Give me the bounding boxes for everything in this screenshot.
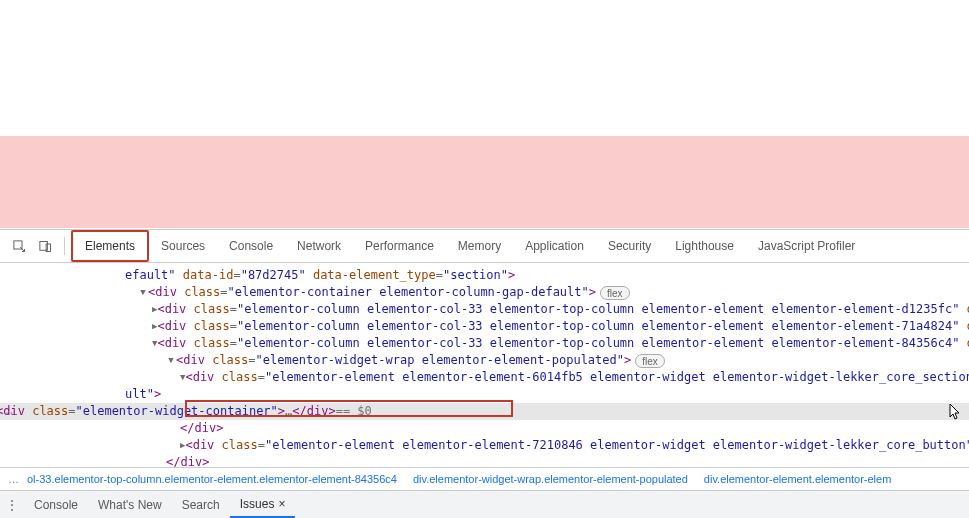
tab-sources[interactable]: Sources — [149, 230, 217, 262]
breadcrumb-item[interactable]: div.elementor-element.elementor-elem — [704, 473, 892, 485]
tab-lighthouse[interactable]: Lighthouse — [663, 230, 746, 262]
dom-node[interactable]: <div class="elementor-element elementor-… — [10, 369, 969, 386]
dom-node[interactable]: <div class="elementor-widget-wrap elemen… — [10, 352, 969, 369]
breadcrumb-overflow-icon[interactable]: … — [8, 473, 19, 485]
inspect-element-icon[interactable] — [9, 236, 29, 256]
dom-node-partial[interactable]: efault" data-id="87d2745" data-element_t… — [10, 267, 969, 284]
drawer-tab-search[interactable]: Search — [172, 491, 230, 518]
expand-arrow-icon[interactable] — [138, 284, 148, 301]
dom-tree[interactable]: efault" data-id="87d2745" data-element_t… — [0, 263, 969, 471]
tab-memory[interactable]: Memory — [446, 230, 513, 262]
dom-node-continuation[interactable]: ult"> — [10, 386, 969, 403]
tab-security[interactable]: Security — [596, 230, 663, 262]
flex-badge[interactable]: flex — [600, 286, 630, 300]
breadcrumb-item[interactable]: div.elementor-widget-wrap.elementor-elem… — [413, 473, 688, 485]
dom-node[interactable]: <div class="elementor-element elementor-… — [10, 437, 969, 454]
dom-node[interactable]: <div class="elementor-container elemento… — [10, 284, 969, 301]
drawer-tab-whats-new[interactable]: What's New — [88, 491, 172, 518]
tab-elements[interactable]: Elements — [71, 230, 149, 262]
toggle-device-icon[interactable] — [35, 236, 55, 256]
devtools-panel: Elements Sources Console Network Perform… — [0, 229, 969, 471]
gutter-overflow-icon[interactable]: … — [0, 401, 15, 417]
dom-node[interactable]: <div class="elementor-column elementor-c… — [10, 318, 969, 335]
drawer-panel: ⋮ Console What's New Search Issues× — [0, 490, 969, 518]
drawer-menu-icon[interactable]: ⋮ — [0, 498, 24, 512]
tab-performance[interactable]: Performance — [353, 230, 446, 262]
dom-node[interactable]: <div class="elementor-column elementor-c… — [10, 335, 969, 352]
dom-node[interactable]: <div class="elementor-column elementor-c… — [10, 301, 969, 318]
expand-arrow-icon[interactable] — [166, 352, 176, 369]
flex-badge[interactable]: flex — [635, 354, 665, 368]
drawer-tab-console[interactable]: Console — [24, 491, 88, 518]
toolbar-divider — [64, 237, 65, 255]
tab-js-profiler[interactable]: JavaScript Profiler — [746, 230, 867, 262]
tab-network[interactable]: Network — [285, 230, 353, 262]
tab-console[interactable]: Console — [217, 230, 285, 262]
mouse-cursor-icon — [949, 404, 965, 420]
page-preview-area — [0, 0, 969, 228]
breadcrumb-item[interactable]: ol-33.elementor-top-column.elementor-ele… — [27, 473, 397, 485]
devtools-tabs: Elements Sources Console Network Perform… — [71, 230, 867, 262]
drawer-tab-issues[interactable]: Issues× — [230, 491, 296, 518]
dom-breadcrumb: … ol-33.elementor-top-column.elementor-e… — [0, 467, 969, 490]
dom-node-selected[interactable]: <div class="elementor-widget-container">… — [0, 403, 969, 420]
devtools-toolbar: Elements Sources Console Network Perform… — [0, 230, 969, 263]
tab-application[interactable]: Application — [513, 230, 596, 262]
close-icon[interactable]: × — [278, 497, 285, 511]
dom-node-close[interactable]: </div> — [10, 420, 969, 437]
page-preview-whitespace — [0, 0, 969, 136]
